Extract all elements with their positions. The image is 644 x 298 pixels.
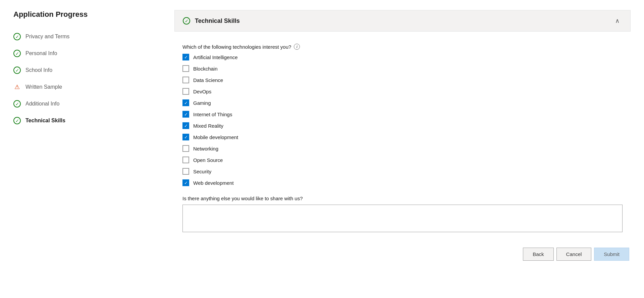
submit-button[interactable]: Submit xyxy=(594,248,629,261)
cancel-button[interactable]: Cancel xyxy=(556,248,592,261)
checkbox-item-gaming[interactable]: ✓ Gaming xyxy=(182,99,623,106)
sidebar-item-privacy-terms[interactable]: ✓ Privacy and Terms xyxy=(13,28,154,45)
checkbox-check-icon: ✓ xyxy=(184,112,188,117)
checkbox-item-open-source[interactable]: Open Source xyxy=(182,157,623,163)
sidebar-item-school-info[interactable]: ✓ School Info xyxy=(13,62,154,79)
check-icon: ✓ xyxy=(13,50,21,57)
checkbox-item-security[interactable]: Security xyxy=(182,168,623,175)
textarea-label: Is there anything else you would like to… xyxy=(182,196,623,201)
sidebar-item-label: Personal Info xyxy=(25,50,57,56)
checkbox-networking[interactable] xyxy=(182,145,189,152)
checkbox-check-icon: ✓ xyxy=(184,124,188,128)
section-header-left: ✓ Technical Skills xyxy=(183,17,240,25)
sidebar-item-label: Privacy and Terms xyxy=(25,34,69,40)
technical-skills-status-icon: ✓ xyxy=(13,117,21,124)
checkbox-check-icon: ✓ xyxy=(184,135,188,139)
sidebar: Application Progress ✓ Privacy and Terms… xyxy=(13,10,154,288)
checkbox-gaming[interactable]: ✓ xyxy=(182,99,189,106)
checkbox-item-ai[interactable]: ✓ Artificial Intelligence xyxy=(182,54,623,60)
section-header: ✓ Technical Skills ∧ xyxy=(174,10,631,32)
checkbox-open-source[interactable] xyxy=(182,157,189,163)
section-complete-icon: ✓ xyxy=(183,17,190,25)
checkbox-item-data-science[interactable]: Data Science xyxy=(182,77,623,83)
check-icon: ✓ xyxy=(13,100,21,108)
written-sample-status-icon: ⚠ xyxy=(13,83,21,91)
check-icon: ✓ xyxy=(13,33,21,40)
checkbox-data-science-label: Data Science xyxy=(193,77,223,83)
sidebar-item-label: Technical Skills xyxy=(25,118,65,124)
sidebar-item-personal-info[interactable]: ✓ Personal Info xyxy=(13,45,154,62)
main-content: ✓ Technical Skills ∧ Which of the follow… xyxy=(174,10,631,288)
technology-checkbox-list: ✓ Artificial Intelligence Blockchain Dat… xyxy=(182,54,623,186)
additional-info-status-icon: ✓ xyxy=(13,100,21,108)
checkbox-item-networking[interactable]: Networking xyxy=(182,145,623,152)
sidebar-items-list: ✓ Privacy and Terms ✓ Personal Info xyxy=(13,28,154,129)
info-icon[interactable]: i xyxy=(294,44,300,50)
checkbox-iot-label: Internet of Things xyxy=(193,112,232,117)
checkbox-blockchain[interactable] xyxy=(182,65,189,72)
form-content: Which of the following technologies inte… xyxy=(174,38,631,238)
additional-comments-section: Is there anything else you would like to… xyxy=(182,196,623,232)
school-info-status-icon: ✓ xyxy=(13,67,21,74)
checkbox-mixed-reality-label: Mixed Reality xyxy=(193,123,223,129)
sidebar-item-written-sample[interactable]: ⚠ Written Sample xyxy=(13,79,154,95)
checkbox-gaming-label: Gaming xyxy=(193,100,211,106)
checkbox-security-label: Security xyxy=(193,169,211,174)
checkbox-ai[interactable]: ✓ xyxy=(182,54,189,60)
section-title: Technical Skills xyxy=(195,17,240,25)
checkbox-check-icon: ✓ xyxy=(184,101,188,105)
checkbox-mixed-reality[interactable]: ✓ xyxy=(182,122,189,129)
checkbox-mobile-dev[interactable]: ✓ xyxy=(182,134,189,140)
checkbox-ai-label: Artificial Intelligence xyxy=(193,54,238,60)
checkbox-check-icon: ✓ xyxy=(184,181,188,185)
checkbox-blockchain-label: Blockchain xyxy=(193,66,218,72)
check-icon: ✓ xyxy=(13,117,21,124)
privacy-terms-status-icon: ✓ xyxy=(13,33,21,40)
sidebar-title: Application Progress xyxy=(13,10,154,19)
warning-icon: ⚠ xyxy=(13,83,21,91)
check-icon: ✓ xyxy=(13,67,21,74)
checkbox-item-blockchain[interactable]: Blockchain xyxy=(182,65,623,72)
section-collapse-button[interactable]: ∧ xyxy=(612,16,622,26)
checkbox-web-dev[interactable]: ✓ xyxy=(182,179,189,186)
checkbox-mobile-dev-label: Mobile development xyxy=(193,134,238,140)
checkbox-item-iot[interactable]: ✓ Internet of Things xyxy=(182,111,623,118)
checkbox-item-mixed-reality[interactable]: ✓ Mixed Reality xyxy=(182,122,623,129)
checkbox-devops[interactable] xyxy=(182,88,189,95)
technologies-question-label: Which of the following technologies inte… xyxy=(182,44,623,50)
personal-info-status-icon: ✓ xyxy=(13,50,21,57)
checkbox-data-science[interactable] xyxy=(182,77,189,83)
sidebar-item-label: School Info xyxy=(25,67,52,73)
checkbox-check-icon: ✓ xyxy=(184,55,188,59)
checkbox-web-dev-label: Web development xyxy=(193,180,234,186)
technologies-question-section: Which of the following technologies inte… xyxy=(182,44,623,186)
checkbox-devops-label: DevOps xyxy=(193,89,211,94)
checkbox-security[interactable] xyxy=(182,168,189,175)
checkbox-item-web-dev[interactable]: ✓ Web development xyxy=(182,179,623,186)
back-button[interactable]: Back xyxy=(523,248,553,261)
checkbox-networking-label: Networking xyxy=(193,146,218,152)
sidebar-item-label: Additional Info xyxy=(25,101,59,107)
additional-comments-input[interactable] xyxy=(183,205,622,232)
checkbox-iot[interactable]: ✓ xyxy=(182,111,189,118)
checkbox-item-devops[interactable]: DevOps xyxy=(182,88,623,95)
checkbox-open-source-label: Open Source xyxy=(193,157,223,163)
sidebar-item-technical-skills[interactable]: ✓ Technical Skills xyxy=(13,112,154,129)
button-row: Back Cancel Submit xyxy=(174,248,631,261)
sidebar-item-additional-info[interactable]: ✓ Additional Info xyxy=(13,95,154,112)
checkbox-item-mobile-dev[interactable]: ✓ Mobile development xyxy=(182,134,623,140)
textarea-wrapper xyxy=(182,205,623,232)
sidebar-item-label: Written Sample xyxy=(25,84,62,90)
